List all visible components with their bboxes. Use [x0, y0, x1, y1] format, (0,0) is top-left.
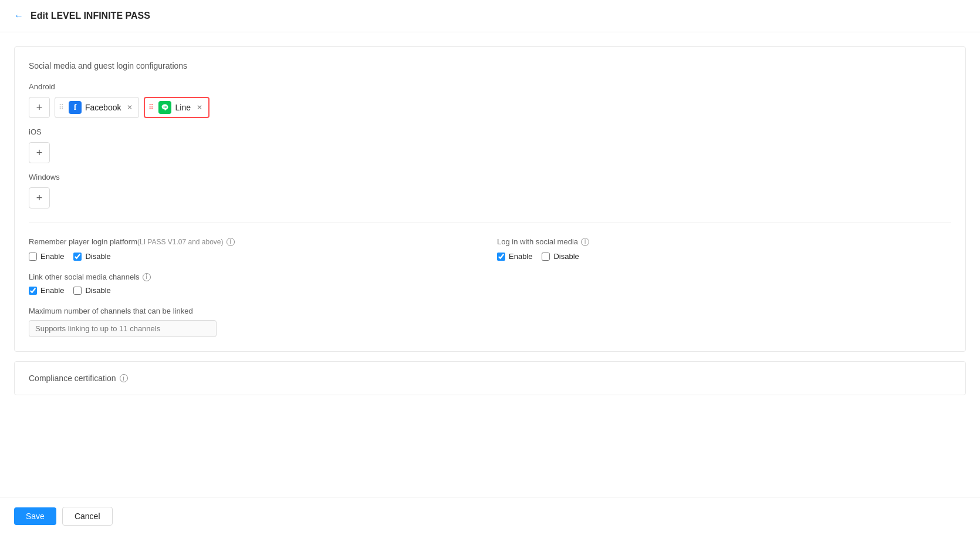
link-channels-label: Link other social media channels i [29, 272, 951, 281]
remember-login-config: Remember player login platform(LI PASS V… [29, 237, 483, 261]
save-button[interactable]: Save [14, 507, 56, 525]
max-channels-text: Maximum number of channels that can be l… [29, 307, 193, 315]
ios-add-button[interactable]: + [29, 142, 50, 163]
remember-login-label: Remember player login platform(LI PASS V… [29, 237, 483, 246]
facebook-drag-handle[interactable]: ⠿ [59, 103, 64, 112]
login-social-disable-label: Disable [553, 252, 579, 261]
link-channels-info-icon[interactable]: i [143, 273, 151, 281]
facebook-icon: f [69, 101, 82, 114]
remember-login-enable-item[interactable]: Enable [29, 252, 64, 261]
social-media-section: Social media and guest login configurati… [14, 46, 966, 352]
android-add-button[interactable]: + [29, 97, 50, 118]
config-grid: Remember player login platform(LI PASS V… [29, 237, 951, 261]
config-divider [29, 223, 951, 223]
ios-label: iOS [29, 127, 951, 136]
windows-platform-row: + [29, 187, 951, 208]
back-arrow-icon: ← [14, 11, 23, 21]
page-footer: Save Cancel [0, 497, 980, 535]
login-social-enable-checkbox[interactable] [497, 253, 505, 261]
link-channels-checkbox-row: Enable Disable [29, 286, 951, 295]
link-channels-enable-label: Enable [40, 286, 64, 295]
windows-add-button[interactable]: + [29, 187, 50, 208]
remember-login-text: Remember player login platform(LI PASS V… [29, 237, 224, 246]
facebook-tag-close[interactable]: ✕ [127, 104, 133, 111]
facebook-tag: ⠿ f Facebook ✕ [55, 97, 139, 118]
ios-platform-row: + [29, 142, 951, 163]
link-channels-enable-item[interactable]: Enable [29, 286, 64, 295]
login-social-checkbox-row: Enable Disable [497, 252, 951, 261]
login-social-disable-checkbox[interactable] [542, 253, 550, 261]
max-channels-section: Maximum number of channels that can be l… [29, 307, 951, 337]
remember-login-disable-checkbox[interactable] [73, 253, 82, 261]
login-social-enable-item[interactable]: Enable [497, 252, 532, 261]
windows-label: Windows [29, 173, 951, 181]
link-channels-enable-checkbox[interactable] [29, 287, 37, 295]
remember-login-info-icon[interactable]: i [227, 238, 235, 246]
login-social-text: Log in with social media [497, 237, 578, 246]
page-title: Edit LEVEL INFINITE PASS [31, 11, 150, 21]
login-social-disable-item[interactable]: Disable [542, 252, 579, 261]
line-tag: ⠿ Line ✕ [144, 97, 209, 118]
back-button[interactable]: ← [14, 11, 23, 21]
login-social-label: Log in with social media i [497, 237, 951, 246]
compliance-info-icon[interactable]: i [120, 374, 128, 382]
line-drag-handle[interactable]: ⠿ [148, 103, 154, 112]
max-channels-input-wrapper [29, 320, 951, 337]
android-platform-row: + ⠿ f Facebook ✕ ⠿ [29, 97, 951, 118]
link-channels-section: Link other social media channels i Enabl… [29, 272, 951, 295]
facebook-tag-name: Facebook [85, 103, 121, 112]
cancel-button[interactable]: Cancel [62, 507, 113, 526]
content-area: Social media and guest login configurati… [0, 32, 980, 419]
remember-login-checkbox-row: Enable Disable [29, 252, 483, 261]
link-channels-disable-item[interactable]: Disable [73, 286, 110, 295]
max-channels-input[interactable] [29, 320, 217, 337]
remember-login-enable-label: Enable [40, 252, 64, 261]
page-header: ← Edit LEVEL INFINITE PASS [0, 0, 980, 32]
line-tag-name: Line [175, 103, 190, 112]
compliance-title-text: Compliance certification [29, 374, 116, 383]
login-social-info-icon[interactable]: i [581, 238, 589, 246]
remember-login-disable-label: Disable [85, 252, 110, 261]
link-channels-text: Link other social media channels [29, 272, 140, 281]
link-channels-disable-checkbox[interactable] [73, 287, 82, 295]
login-social-config: Log in with social media i Enable Disabl… [497, 237, 951, 261]
line-icon [158, 101, 171, 114]
social-section-title: Social media and guest login configurati… [29, 61, 951, 70]
line-tag-close[interactable]: ✕ [197, 104, 202, 111]
compliance-section: Compliance certification i [14, 361, 966, 395]
android-label: Android [29, 82, 951, 91]
compliance-title: Compliance certification i [29, 374, 951, 383]
max-channels-label: Maximum number of channels that can be l… [29, 307, 951, 315]
link-channels-disable-label: Disable [85, 286, 110, 295]
remember-login-disable-item[interactable]: Disable [73, 252, 110, 261]
login-social-enable-label: Enable [509, 252, 532, 261]
remember-login-enable-checkbox[interactable] [29, 253, 37, 261]
